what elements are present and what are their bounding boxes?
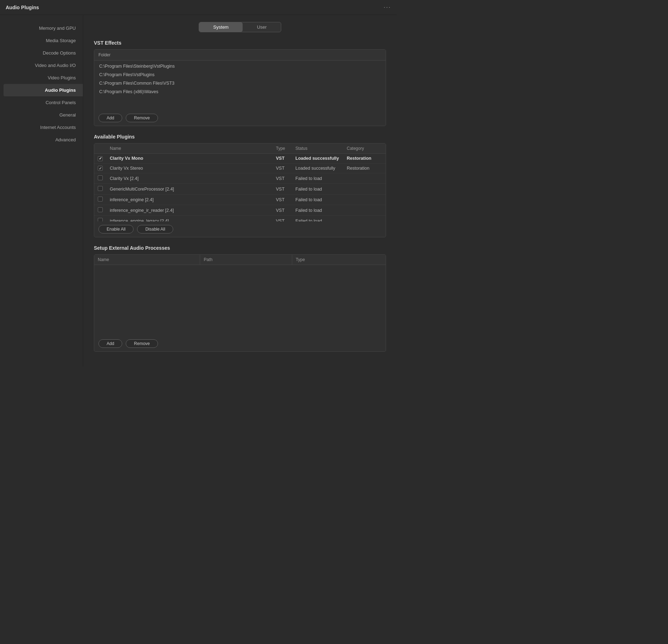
external-audio-title: Setup External Audio Processes: [94, 245, 386, 251]
plugin-name-4: inference_engine [2.4]: [106, 194, 272, 205]
folder-item-1[interactable]: C:\Program Files\VstPlugins: [94, 70, 386, 79]
ext-add-button[interactable]: Add: [98, 339, 122, 348]
plugin-row-4[interactable]: inference_engine [2.4]VSTFailed to load: [94, 194, 386, 205]
col-check: [94, 143, 106, 154]
folder-item-3[interactable]: C:\Program Files (x86)\Waves: [94, 87, 386, 96]
sidebar-item-general[interactable]: General: [0, 109, 83, 121]
plugin-type-6: VST: [272, 216, 292, 222]
plugin-checkbox-0[interactable]: ✓: [98, 156, 103, 161]
plugin-check-cell-6[interactable]: [94, 216, 106, 222]
more-options-icon[interactable]: ···: [384, 4, 391, 11]
col-name: Name: [106, 143, 272, 154]
col-category: Category: [343, 143, 386, 154]
sidebar-item-control-panels[interactable]: Control Panels: [0, 96, 83, 109]
vst-effects-panel: Folder C:\Program Files\Steinberg\VstPlu…: [94, 49, 386, 126]
plugin-type-4: VST: [272, 194, 292, 205]
plugin-row-5[interactable]: inference_engine_ir_reader [2.4]VSTFaile…: [94, 205, 386, 216]
plugin-name-5: inference_engine_ir_reader [2.4]: [106, 205, 272, 216]
folder-item-2[interactable]: C:\Program Files\Common Files\VST3: [94, 79, 386, 87]
plugin-type-0: VST: [272, 154, 292, 164]
plugin-checkbox-6[interactable]: [98, 218, 103, 221]
plugin-checkbox-3[interactable]: [98, 186, 103, 191]
sidebar-item-decode-options[interactable]: Decode Options: [0, 47, 83, 59]
plugin-checkbox-5[interactable]: [98, 207, 103, 212]
plugin-row-3[interactable]: GenericMultiCoreProcessor [2.4]VSTFailed…: [94, 184, 386, 194]
col-status: Status: [292, 143, 343, 154]
plugin-check-cell-0[interactable]: ✓: [94, 154, 106, 164]
app-title: Audio Plugins: [6, 5, 39, 10]
plugin-type-3: VST: [272, 184, 292, 194]
sidebar-item-internet-accounts[interactable]: Internet Accounts: [0, 121, 83, 134]
plugin-name-0: Clarity Vx Mono: [106, 154, 272, 164]
plugin-check-cell-1[interactable]: ✓: [94, 163, 106, 173]
plugin-checkbox-2[interactable]: [98, 175, 103, 180]
plugin-status-6: Failed to load: [292, 216, 343, 222]
plugins-btn-row: Enable All Disable All: [94, 221, 386, 237]
folder-item-0[interactable]: C:\Program Files\Steinberg\VstPlugins: [94, 62, 386, 70]
plugin-row-1[interactable]: ✓Clarity Vx StereoVSTLoaded successfully…: [94, 163, 386, 173]
sidebar-item-audio-plugins[interactable]: Audio Plugins: [4, 84, 83, 96]
disable-all-button[interactable]: Disable All: [137, 225, 173, 233]
vst-add-button[interactable]: Add: [98, 114, 122, 122]
plugin-category-3: [343, 184, 386, 194]
folder-list: C:\Program Files\Steinberg\VstPlugins C:…: [94, 61, 386, 110]
plugin-status-2: Failed to load: [292, 173, 343, 184]
ext-col-path: Path: [200, 255, 292, 265]
plugin-name-2: Clarity Vx [2.4]: [106, 173, 272, 184]
sidebar-item-memory-gpu[interactable]: Memory and GPU: [0, 22, 83, 34]
plugin-status-1: Loaded successfully: [292, 163, 343, 173]
plugin-status-3: Failed to load: [292, 184, 343, 194]
sidebar-item-media-storage[interactable]: Media Storage: [0, 34, 83, 47]
plugin-name-1: Clarity Vx Stereo: [106, 163, 272, 173]
external-audio-table: Name Path Type: [94, 255, 386, 265]
plugins-table-body: ✓Clarity Vx MonoVSTLoaded successfullyRe…: [94, 154, 386, 222]
plugin-check-cell-5[interactable]: [94, 205, 106, 216]
plugin-category-6: [343, 216, 386, 222]
external-audio-table-body: [94, 265, 386, 336]
plugin-check-cell-2[interactable]: [94, 173, 106, 184]
plugins-table-wrapper[interactable]: Name Type Status Category ✓Clarity Vx Mo…: [94, 143, 386, 221]
sidebar-item-advanced[interactable]: Advanced: [0, 134, 83, 146]
plugin-check-cell-4[interactable]: [94, 194, 106, 205]
enable-all-button[interactable]: Enable All: [98, 225, 134, 233]
ext-col-type: Type: [292, 255, 386, 265]
vst-remove-button[interactable]: Remove: [126, 114, 158, 122]
tab-system[interactable]: System: [199, 22, 243, 32]
col-type: Type: [272, 143, 292, 154]
plugin-checkbox-1[interactable]: ✓: [98, 166, 103, 171]
main-content: System User VST Effects Folder C:\Progra…: [83, 15, 397, 367]
plugin-row-2[interactable]: Clarity Vx [2.4]VSTFailed to load: [94, 173, 386, 184]
plugin-category-0: Restoration: [343, 154, 386, 164]
sidebar-item-video-plugins[interactable]: Video Plugins: [0, 72, 83, 84]
plugin-name-6: inference_engine_legacy [2.4]: [106, 216, 272, 222]
tab-switcher: System User: [94, 22, 386, 32]
plugin-check-cell-3[interactable]: [94, 184, 106, 194]
available-plugins-title: Available Plugins: [94, 134, 386, 140]
plugin-status-5: Failed to load: [292, 205, 343, 216]
plugin-name-3: GenericMultiCoreProcessor [2.4]: [106, 184, 272, 194]
plugin-category-5: [343, 205, 386, 216]
available-plugins-panel: Name Type Status Category ✓Clarity Vx Mo…: [94, 143, 386, 237]
plugins-table-header-row: Name Type Status Category: [94, 143, 386, 154]
plugins-table-head: Name Type Status Category: [94, 143, 386, 154]
tab-user[interactable]: User: [243, 22, 281, 32]
sidebar: Memory and GPU Media Storage Decode Opti…: [0, 15, 83, 367]
plugin-type-1: VST: [272, 163, 292, 173]
plugin-row-6[interactable]: inference_engine_legacy [2.4]VSTFailed t…: [94, 216, 386, 222]
external-audio-table-head: Name Path Type: [94, 255, 386, 265]
tab-group: System User: [199, 22, 281, 32]
title-bar: Audio Plugins ···: [0, 0, 397, 15]
plugin-row-0[interactable]: ✓Clarity Vx MonoVSTLoaded successfullyRe…: [94, 154, 386, 164]
plugin-status-4: Failed to load: [292, 194, 343, 205]
plugin-type-2: VST: [272, 173, 292, 184]
vst-btn-row: Add Remove: [94, 110, 386, 126]
plugin-checkbox-4[interactable]: [98, 197, 103, 202]
plugin-status-0: Loaded successfully: [292, 154, 343, 164]
folder-column-header: Folder: [94, 50, 386, 61]
plugin-category-1: Restoration: [343, 163, 386, 173]
plugin-category-2: [343, 173, 386, 184]
ext-col-name: Name: [94, 255, 200, 265]
ext-audio-btn-row: Add Remove: [94, 336, 386, 351]
ext-remove-button[interactable]: Remove: [126, 339, 158, 348]
sidebar-item-video-audio-io[interactable]: Video and Audio I/O: [0, 59, 83, 72]
